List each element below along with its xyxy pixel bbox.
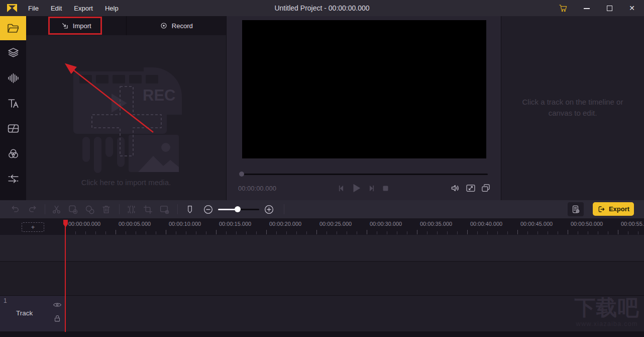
ruler-tick xyxy=(538,231,538,234)
import-dropzone[interactable]: REC Click here to import media. xyxy=(26,35,226,200)
sidebar-item-audio[interactable] xyxy=(0,65,26,91)
ruler-label: 00:00:30.000 xyxy=(370,221,402,227)
window-title: Untitled Project - 00:00:00.000 xyxy=(0,4,644,12)
playhead-line xyxy=(65,220,66,332)
toolbar-divider xyxy=(119,204,120,214)
ruler-tick xyxy=(608,231,608,234)
sidebar-item-elements[interactable] xyxy=(0,40,26,65)
copy-icon[interactable] xyxy=(67,203,79,215)
timeline-zoom-slider[interactable] xyxy=(218,208,259,211)
tab-record[interactable]: Record xyxy=(126,16,227,35)
previous-frame-icon[interactable] xyxy=(335,182,348,195)
ruler-tick xyxy=(246,231,247,234)
main-area: Import Record xyxy=(0,16,644,200)
ruler-tick xyxy=(578,231,578,234)
cut-icon[interactable] xyxy=(50,203,62,215)
sidebar xyxy=(0,16,26,200)
ruler-tick xyxy=(598,231,598,234)
timeline-track-row[interactable]: 1 Track xyxy=(0,296,644,332)
preview-seekbar[interactable] xyxy=(239,172,488,177)
ruler-tick xyxy=(397,231,397,234)
split-icon[interactable] xyxy=(125,203,137,215)
play-icon[interactable] xyxy=(350,182,363,195)
next-frame-icon[interactable] xyxy=(365,182,378,195)
volume-icon[interactable] xyxy=(449,182,462,195)
ruler-tick xyxy=(256,231,257,234)
close-icon[interactable]: ✕ xyxy=(625,0,638,16)
timeline-ruler[interactable]: + 00:00:00.00000:00:05.00000:00:10.00000… xyxy=(0,218,644,235)
inspector-panel: Click a track on the timeline or canvas … xyxy=(501,16,644,200)
track-header[interactable]: 1 Track xyxy=(0,296,65,331)
delete-icon[interactable] xyxy=(100,203,112,215)
ruler-tick xyxy=(568,230,568,234)
ruler-tick xyxy=(85,231,86,234)
ruler-tick xyxy=(477,231,478,234)
export-button[interactable]: Export xyxy=(593,202,634,216)
ruler-label: 00:00:00.000 xyxy=(68,221,100,227)
zoom-out-icon[interactable] xyxy=(202,203,214,215)
ruler-tick xyxy=(236,231,237,234)
ruler-tick xyxy=(357,231,357,234)
ruler-tick xyxy=(517,230,518,234)
tab-record-label: Record xyxy=(172,22,193,30)
ruler-tick xyxy=(527,231,528,234)
timeline-bottom-strip xyxy=(0,332,644,337)
stop-icon[interactable] xyxy=(379,182,392,195)
zoom-in-icon[interactable] xyxy=(263,203,275,215)
ruler-tick xyxy=(618,230,618,234)
redo-icon[interactable] xyxy=(26,203,38,215)
media-folder-icon xyxy=(7,22,20,34)
zoom-slider-thumb[interactable] xyxy=(235,206,241,212)
ruler-tick xyxy=(166,230,166,234)
timeline-lane-2[interactable] xyxy=(0,262,644,296)
ruler-tick xyxy=(126,231,126,234)
undo-icon[interactable] xyxy=(9,203,21,215)
sidebar-item-text[interactable] xyxy=(0,91,26,116)
minimize-icon[interactable] xyxy=(580,0,593,16)
preview-current-time: 00:00:00.000 xyxy=(238,185,276,192)
video-canvas[interactable] xyxy=(242,20,486,158)
add-track-button[interactable]: + xyxy=(22,222,44,232)
ruler-tick xyxy=(196,231,196,234)
sidebar-item-media[interactable] xyxy=(0,16,26,40)
ruler-tick xyxy=(296,231,297,234)
ruler-tick xyxy=(116,230,116,234)
ruler-tick xyxy=(156,231,156,234)
export-frame-icon[interactable] xyxy=(158,203,170,215)
fullscreen-icon[interactable] xyxy=(464,182,477,195)
visibility-eye-icon[interactable] xyxy=(53,301,62,308)
import-placeholder-illustration: REC xyxy=(68,63,185,173)
sidebar-item-split-screen[interactable] xyxy=(0,116,26,141)
lock-open-icon[interactable] xyxy=(53,314,62,323)
inspector-hint-text: Click a track on the timeline or canvas … xyxy=(510,97,635,119)
ruler-tick xyxy=(226,231,227,234)
maximize-icon[interactable] xyxy=(603,0,616,16)
ruler-tick xyxy=(286,231,287,234)
paste-icon[interactable] xyxy=(83,203,95,215)
project-settings-button[interactable] xyxy=(568,202,584,216)
timeline: + 00:00:00.00000:00:05.00000:00:10.00000… xyxy=(0,218,644,337)
ruler-tick xyxy=(427,231,427,234)
filters-icon xyxy=(7,147,20,160)
cart-icon[interactable] xyxy=(557,0,570,16)
snapshot-icon[interactable] xyxy=(479,182,492,195)
ruler-tick xyxy=(75,231,76,234)
ruler-tick xyxy=(306,231,307,234)
marker-icon[interactable] xyxy=(184,203,196,215)
ruler-tick xyxy=(558,231,558,234)
crop-icon[interactable] xyxy=(142,203,154,215)
timeline-toolbar: Export xyxy=(0,200,644,218)
ruler-tick xyxy=(216,230,217,234)
import-hint-text: Click here to import media. xyxy=(26,178,226,187)
ruler-tick xyxy=(146,231,146,234)
track-name: Track xyxy=(16,309,33,317)
sidebar-item-transitions[interactable] xyxy=(0,166,26,191)
transitions-icon xyxy=(7,173,20,185)
ruler-label: 00:00:20.000 xyxy=(269,221,301,227)
seekbar-handle[interactable] xyxy=(239,172,244,177)
ruler-label: 00:00:40.000 xyxy=(470,221,502,227)
ruler-label: 00:00:35.000 xyxy=(420,221,452,227)
timeline-lane-1[interactable] xyxy=(0,235,644,262)
sidebar-item-filters[interactable] xyxy=(0,141,26,166)
ruler-tick xyxy=(548,231,548,234)
